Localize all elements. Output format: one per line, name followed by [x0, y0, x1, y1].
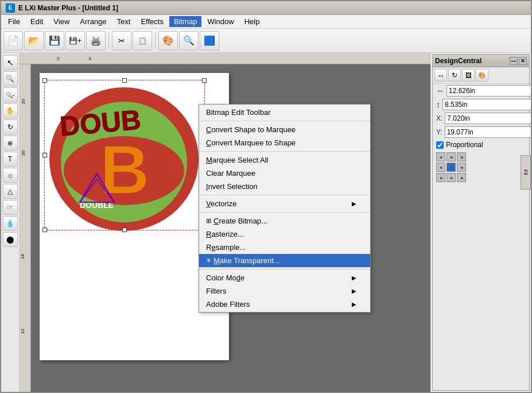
y-input[interactable]	[445, 126, 531, 138]
shape-tool[interactable]: △	[3, 184, 18, 199]
open-button[interactable]: 📂	[24, 31, 44, 51]
application-window: E E LXi Master Plus - [Untitled 1] File …	[0, 0, 532, 393]
anchor-tr[interactable]: ◾	[457, 152, 466, 161]
title-bar: E E LXi Master Plus - [Untitled 1]	[1, 1, 531, 15]
color-dropper-tool[interactable]: 💧	[3, 216, 18, 231]
invert-selection-label: Invert Selection	[206, 182, 258, 191]
select-tool[interactable]: ↖	[3, 55, 18, 70]
anchor-mr[interactable]: ◾	[457, 163, 466, 172]
bitmap-dropdown-menu: Bitmap Edit Toolbar Convert Shape to Mar…	[199, 104, 371, 313]
menu-sep-1	[199, 121, 370, 121]
toolbar-separator-1	[108, 33, 109, 49]
menu-sep-2	[199, 151, 370, 152]
save-as-button[interactable]: 💾+	[65, 31, 85, 51]
width-row: ↔ ▲ ▼	[433, 84, 529, 98]
design-central-title: DesignCentral	[435, 57, 481, 65]
dc-color-tool[interactable]: 🎨	[476, 69, 488, 82]
ruler-mark-16v: 16	[20, 254, 25, 259]
design-central-header: DesignCentral — ✕	[433, 55, 529, 67]
color-palette-button[interactable]: 🎨	[158, 31, 178, 51]
y-row: Y: ▲ ▼	[433, 125, 529, 139]
main-toolbar: 📄 📂 💾 💾+ 🖨️ ✂ 📋 🎨 🔍 🟦	[1, 29, 531, 53]
menu-entry-clear-marquee[interactable]: Clear Marquee	[199, 167, 370, 180]
zoom-in-tool[interactable]: 🔍	[3, 71, 18, 86]
height-input[interactable]	[442, 99, 531, 110]
dc-minimize-button[interactable]: —	[510, 57, 518, 65]
dc-image-tool[interactable]: 🖼	[462, 69, 475, 82]
zoom-button[interactable]: 🔍	[179, 31, 199, 51]
vectorize-label: Vectorize	[206, 199, 237, 208]
menu-view[interactable]: View	[49, 16, 74, 27]
menu-entry-convert-marquee-shape[interactable]: Convert Marquee to Shape	[199, 136, 370, 149]
convert-shape-marquee-label: Convert Shape to Marquee	[206, 125, 296, 134]
node-tool[interactable]: ◇	[3, 168, 18, 183]
proportional-label: Proportional	[446, 141, 483, 149]
ruler-mark-12v: 12	[20, 329, 25, 334]
text-tool[interactable]: T	[3, 152, 18, 167]
magnify-tool[interactable]: ⊕	[3, 136, 18, 151]
menu-entry-color-mode[interactable]: Color Mode ▶	[199, 271, 370, 284]
convert-marquee-shape-label: Convert Marquee to Shape	[206, 138, 296, 147]
anchor-br[interactable]: ◾	[457, 173, 466, 182]
menu-entry-bitmap-edit-toolbar[interactable]: Bitmap Edit Toolbar	[199, 106, 370, 119]
menu-entry-vectorize[interactable]: Vectorize ▶	[199, 197, 370, 210]
menu-help[interactable]: Help	[240, 16, 265, 27]
ruler-mark-20v: 20	[21, 99, 26, 104]
ruler-top: 0 4	[20, 53, 430, 64]
rotate-tool[interactable]: ↻	[3, 120, 18, 134]
color-mode-label: Color Mode	[206, 273, 244, 282]
menu-entry-marquee-select-all[interactable]: Marquee Select All	[199, 153, 370, 167]
new-button[interactable]: 📄	[3, 31, 23, 51]
x-input[interactable]	[445, 113, 531, 124]
anchor-tm[interactable]: ◾	[446, 152, 456, 161]
anchor-bm[interactable]: ◾	[446, 173, 456, 182]
menu-window[interactable]: Window	[203, 16, 238, 27]
menu-entry-create-bitmap[interactable]: ⊞ Create Bitmap...	[199, 214, 370, 228]
filters-arrow: ▶	[352, 288, 356, 294]
fil-tab[interactable]: Fil	[521, 155, 531, 190]
menu-entry-filters[interactable]: Filters ▶	[199, 284, 370, 298]
menu-entry-adobe-filters[interactable]: Adobe Filters ▶	[199, 298, 370, 311]
anchor-tl[interactable]: ◾	[436, 152, 445, 161]
adobe-filters-arrow: ▶	[352, 301, 356, 307]
menu-entry-resample[interactable]: Resample...	[199, 241, 370, 254]
anchor-ml[interactable]: ◾	[436, 163, 445, 172]
proportional-checkbox[interactable]	[436, 141, 444, 149]
menu-sep-3	[199, 195, 370, 195]
menu-entry-rasterize[interactable]: Rasterize...	[199, 228, 370, 241]
print-button[interactable]: 🖨️	[86, 31, 106, 51]
menu-file[interactable]: File	[3, 16, 25, 27]
menu-entry-invert-selection[interactable]: Invert Selection	[199, 180, 370, 193]
menu-arrange[interactable]: Arrange	[75, 16, 111, 27]
dc-close-button[interactable]: ✕	[519, 57, 527, 65]
width-input[interactable]	[446, 85, 531, 97]
hand-tool[interactable]: ☞	[3, 200, 18, 215]
dc-move-tool[interactable]: ↔	[434, 69, 447, 82]
menu-entry-convert-shape-marquee[interactable]: Convert Shape to Marquee	[199, 123, 370, 136]
create-bitmap-label: Create Bitmap...	[213, 217, 267, 225]
menu-edit[interactable]: Edit	[26, 16, 48, 27]
dc-rotate-tool[interactable]: ↻	[448, 69, 461, 82]
menu-sep-5	[199, 269, 370, 269]
menu-text[interactable]: Text	[112, 16, 135, 27]
menu-bitmap[interactable]: Bitmap	[169, 16, 201, 27]
fill-tool[interactable]: ⬤	[3, 232, 18, 247]
menu-effects[interactable]: Effects	[136, 16, 168, 27]
ruler-mark-20v2: 20	[21, 151, 26, 156]
copy-button[interactable]: 📋	[133, 31, 152, 51]
marquee-select-all-label: Marquee Select All	[206, 156, 268, 164]
anchor-grid: ◾ ◾ ◾ ◾ ◾ ◾ ◾ ◾ ◾	[433, 151, 529, 184]
make-transparent-content: ✳ Make Transparent...	[206, 256, 280, 265]
save-button[interactable]: 💾	[45, 31, 64, 51]
zoom-out-tool[interactable]: 🔍-	[3, 87, 18, 102]
create-bitmap-content: ⊞ Create Bitmap...	[206, 217, 267, 225]
color-fill-button[interactable]: 🟦	[200, 31, 219, 51]
svg-text:B: B	[100, 131, 150, 208]
anchor-bl[interactable]: ◾	[436, 173, 445, 182]
right-panel: DesignCentral — ✕ ↔ ↻ 🖼 🎨 ↔	[430, 53, 531, 392]
menu-entry-make-transparent[interactable]: ✳ Make Transparent...	[199, 254, 370, 267]
cut-button[interactable]: ✂	[112, 31, 131, 51]
make-transparent-label: Make Transparent...	[213, 256, 280, 265]
anchor-mm[interactable]: ◾	[446, 163, 456, 172]
pan-tool[interactable]: ✋	[3, 103, 18, 118]
